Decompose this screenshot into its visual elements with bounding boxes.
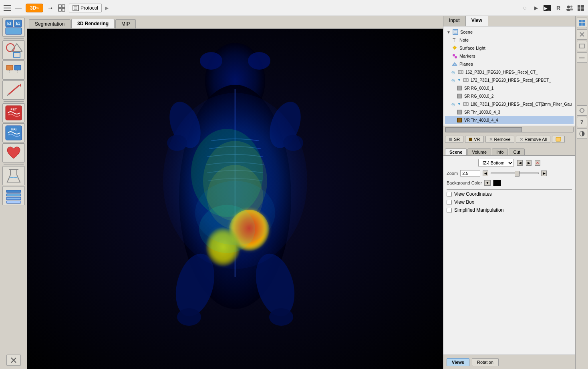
view-direction-row: [Z-] Bottom [Z+] Top [X-] Left [X+] Righ… xyxy=(447,159,572,167)
bg-color-row: Background Color ▼ xyxy=(447,180,572,186)
zoom-row: Zoom ◀ ▶ xyxy=(447,170,572,176)
svg-rect-97 xyxy=(449,138,452,141)
svg-point-15 xyxy=(570,5,572,7)
cardiac-button[interactable] xyxy=(2,143,25,162)
separator-1 xyxy=(447,189,572,190)
zoom-input[interactable] xyxy=(460,170,480,176)
tree-label-ct186: 186_P3D1_[PEG20_HRES-_Reco]_CT[2mm_Filte… xyxy=(471,102,572,106)
view-direction-dropdown[interactable]: [Z-] Bottom [Z+] Top [X-] Left [X+] Righ… xyxy=(478,159,514,167)
close-sidebar-button[interactable] xyxy=(6,355,21,366)
scene-toolbar: SR VR Remove Remove All xyxy=(443,133,575,145)
ct186-visibility[interactable]: ◎ xyxy=(451,102,455,106)
remove-button[interactable]: Remove xyxy=(485,136,514,143)
tab-3d-rendering[interactable]: 3D Rendering xyxy=(71,19,115,28)
spect172-visibility[interactable]: ◎ xyxy=(451,78,455,82)
3d-viewport[interactable] xyxy=(27,29,443,369)
tree-item-vr4[interactable]: VR Thr_400.0_4_4 xyxy=(445,116,574,124)
segment-button[interactable] xyxy=(2,60,25,80)
ct162-visibility[interactable]: ◎ xyxy=(451,70,455,74)
view-coordinates-checkbox[interactable] xyxy=(447,192,452,197)
view-settings: [Z-] Bottom [Z+] Top [X-] Left [X+] Righ… xyxy=(443,156,575,355)
tab-volume[interactable]: Volume xyxy=(467,148,491,155)
rotation-footer-button[interactable]: Rotation xyxy=(472,358,499,366)
tree-item-ct162[interactable]: ◎ 162_P3D1_[PEG20_HRES-_Reco]_CT_ xyxy=(445,68,574,76)
tab-input[interactable]: Input xyxy=(443,16,466,26)
close-panel-button[interactable] xyxy=(577,29,587,40)
minimize-panel-button[interactable]: — xyxy=(577,52,587,63)
zoom-decrease-button[interactable]: ◀ xyxy=(483,170,488,176)
tab-segmentation[interactable]: Segmentation xyxy=(29,19,70,28)
tab-cut[interactable]: Cut xyxy=(509,148,524,155)
tree-label-planes: Planes xyxy=(459,62,473,66)
menu-icon[interactable] xyxy=(3,4,11,12)
vr-button[interactable]: VR xyxy=(465,136,483,143)
svg-point-84 xyxy=(460,71,462,73)
minimize-icon[interactable]: — xyxy=(14,4,22,12)
help-button[interactable]: ? xyxy=(577,117,587,127)
tree-item-sr3[interactable]: SR Thr_1000.0_4_3 xyxy=(445,108,574,116)
contrast-button[interactable] xyxy=(577,128,587,139)
tree-item-sr2[interactable]: SR RG_600.0_2 xyxy=(445,92,574,100)
sr-button[interactable]: SR xyxy=(445,136,463,143)
view-next-button[interactable]: ▶ xyxy=(526,160,532,166)
bg-color-swatch[interactable] xyxy=(493,180,501,186)
terminal-icon[interactable]: ▶_ xyxy=(543,4,551,12)
tab-scene[interactable]: Scene xyxy=(445,148,467,155)
tab-info[interactable]: Info xyxy=(492,148,508,155)
views-footer-button[interactable]: Views xyxy=(447,358,469,366)
spect-icon xyxy=(463,77,469,83)
tree-item-markers[interactable]: Markers xyxy=(445,52,574,60)
sr2-icon xyxy=(456,93,463,99)
tree-item-sr1[interactable]: SR RG_600.0_1 xyxy=(445,84,574,92)
tree-item-planes[interactable]: Planes xyxy=(445,60,574,68)
mri-button[interactable]: MRI xyxy=(2,123,25,142)
zoom-slider[interactable] xyxy=(491,172,539,174)
view-close-button[interactable]: ✕ xyxy=(535,160,540,166)
sidebar-divider-3 xyxy=(4,164,24,164)
tab-mip[interactable]: MIP xyxy=(115,19,136,28)
view-prev-button[interactable]: ◀ xyxy=(517,160,523,166)
simplified-manipulation-checkbox[interactable] xyxy=(447,208,452,213)
protocol-button[interactable]: Protocol xyxy=(69,4,102,12)
animal-3d-view[interactable] xyxy=(27,29,443,369)
zoom-increase-button[interactable]: ▶ xyxy=(541,170,547,176)
users-icon[interactable] xyxy=(566,4,574,12)
screen-button[interactable] xyxy=(577,41,587,51)
svg-rect-0 xyxy=(4,5,11,6)
search-icon[interactable]: ○ xyxy=(521,4,529,12)
scene-scrollbar-thumb[interactable] xyxy=(445,127,522,132)
title-bar: — 3D» → Protocol ▶ ○ ▶ ▶_ R xyxy=(0,0,588,16)
tree-item-spect172[interactable]: ◎ ▼ 172_P3D1_[PEG20_HRES-_Reco]_SPECT_ xyxy=(445,76,574,84)
tree-item-surface-light[interactable]: Surface Light xyxy=(445,44,574,52)
bg-color-dropdown-btn[interactable]: ▼ xyxy=(484,180,491,186)
pencil-button[interactable] xyxy=(2,80,25,100)
3d-mode-button[interactable]: 3D» xyxy=(26,4,43,12)
scene-scrollbar[interactable] xyxy=(445,127,574,132)
k2k1-button[interactable]: k2 k1 xyxy=(2,18,25,37)
svg-point-73 xyxy=(453,46,456,49)
svg-text:k1: k1 xyxy=(16,22,20,26)
beaker-button[interactable] xyxy=(2,166,25,185)
preset-button[interactable] xyxy=(552,136,565,143)
view-box-checkbox[interactable] xyxy=(447,200,452,205)
layers-button[interactable] xyxy=(2,186,25,205)
toolbar-arrow[interactable]: ▶ xyxy=(532,4,540,12)
workflow-button[interactable] xyxy=(58,4,66,12)
zoom-thumb[interactable] xyxy=(515,171,520,176)
tree-arrow-scene: ▼ xyxy=(447,30,451,34)
tree-item-note[interactable]: T Note xyxy=(445,36,574,44)
pet-button[interactable]: PET xyxy=(2,103,25,122)
remove-all-button[interactable]: Remove All xyxy=(516,136,551,143)
tree-label-note: Note xyxy=(459,38,469,42)
tab-view[interactable]: View xyxy=(466,16,488,26)
grid-icon[interactable] xyxy=(577,4,585,12)
center-content: Segmentation 3D Rendering MIP xyxy=(27,16,443,369)
shapes-button[interactable] xyxy=(2,40,25,60)
refresh-button[interactable] xyxy=(577,105,587,116)
tree-item-scene[interactable]: ▼ Scene xyxy=(445,28,574,36)
view-coordinates-label: View Coordinates xyxy=(454,191,492,197)
r-icon[interactable]: R xyxy=(554,4,562,12)
layout-button[interactable] xyxy=(577,18,587,28)
forward-button[interactable]: → xyxy=(46,4,54,12)
tree-item-ct186[interactable]: ◎ ▼ 186_P3D1_[PEG20_HRES-_Reco]_CT[2mm_F… xyxy=(445,100,574,108)
